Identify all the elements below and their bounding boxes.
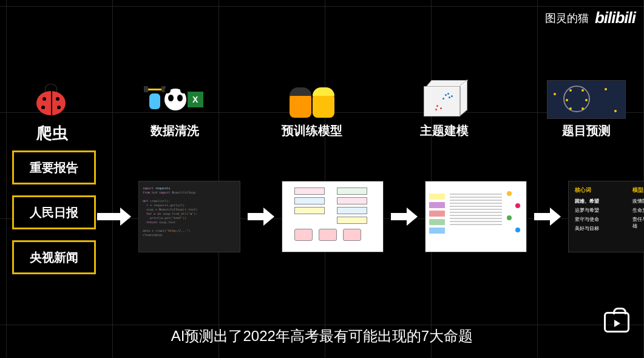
bilibili-play-icon[interactable] <box>604 312 629 333</box>
cube3d-icon <box>420 80 469 119</box>
prediction-icon <box>547 80 626 119</box>
stage-predict: 题目预测 <box>547 80 626 139</box>
stage-label: 爬虫 <box>36 123 68 144</box>
stage-cleaning: X 数据清洗 <box>146 80 203 139</box>
data-sources: 重要报告 人民日报 央视新闻 <box>12 150 96 274</box>
stage-pretrain: 预训练模型 <box>282 80 342 139</box>
stage-label: 题目预测 <box>562 123 611 139</box>
stage-topic: 主题建模 <box>420 80 469 139</box>
arrow-icon <box>391 208 418 226</box>
output-panel: 核心词 困难、希望 追梦与希望 坚守与使命 美好与目标 模型表征 疫情防控、长征… <box>568 181 644 252</box>
output-item: 追梦与希望 <box>575 207 625 214</box>
output-item: 疫情防控、长征精神 <box>632 198 644 204</box>
output-col-head: 模型表征 <box>632 186 644 194</box>
output-item: 责任与担当、平凡与英雄 <box>632 216 644 229</box>
bilibili-logo: bilibili <box>595 8 636 27</box>
arrow-icon <box>534 208 561 226</box>
transformer-diagram <box>282 181 384 252</box>
source-box: 央视新闻 <box>12 240 96 274</box>
stage-crawler: 爬虫 <box>36 80 68 144</box>
output-item: 生命至上、信心与忍耐 <box>632 207 644 214</box>
channel-name: 图灵的猫 <box>545 11 589 25</box>
video-subtitle: AI预测出了2022年高考最有可能出现的7大命题 <box>0 326 644 346</box>
code-panel: import requests from bs4 import Beautifu… <box>138 181 240 252</box>
stage-label: 预训练模型 <box>282 123 342 139</box>
puppets-icon <box>285 80 339 119</box>
excel-icon: X <box>188 92 203 107</box>
grid-background <box>0 0 644 358</box>
source-box: 人民日报 <box>12 195 96 229</box>
output-subhead: 困难、希望 <box>575 198 625 204</box>
panda-icon: X <box>146 80 203 119</box>
ladybug-icon <box>36 80 66 119</box>
output-item: 美好与目标 <box>575 225 625 232</box>
arrow-icon <box>97 208 131 226</box>
source-box: 重要报告 <box>12 150 96 184</box>
pipeline-flow: import requests from bs4 import Beautifu… <box>97 181 632 252</box>
topic-model-diagram <box>425 181 527 252</box>
watermark: 图灵的猫 bilibili <box>545 8 636 27</box>
stage-label: 数据清洗 <box>151 123 199 139</box>
stage-label: 主题建模 <box>420 123 469 139</box>
arrow-icon <box>248 208 274 226</box>
output-item: 坚守与使命 <box>575 216 625 223</box>
output-col-head: 核心词 <box>575 186 625 194</box>
pipeline-stages: 爬虫 X 数据清洗 <box>36 80 626 144</box>
